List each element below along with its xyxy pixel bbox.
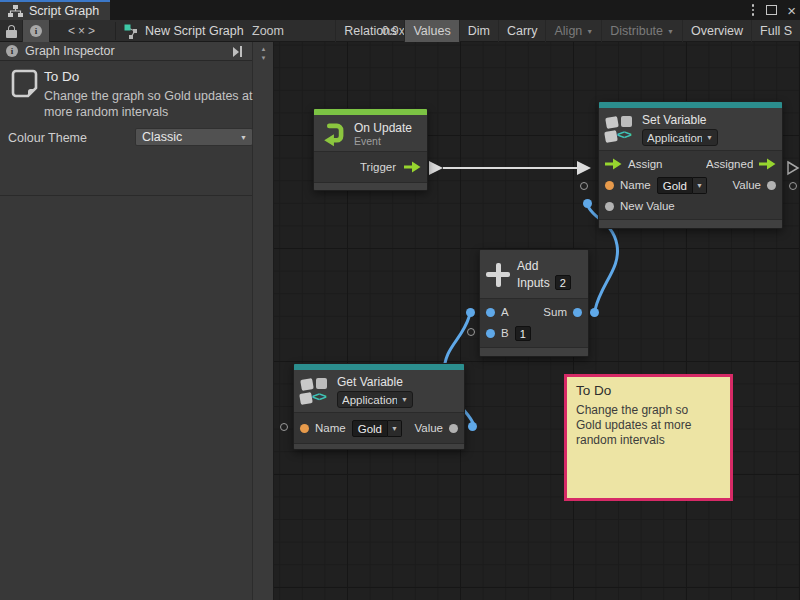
inspector-header: i Graph Inspector — [0, 42, 252, 61]
sticky-note-line1: Change the graph so — [576, 403, 688, 417]
value-output-port[interactable] — [449, 424, 458, 433]
get-variable-node[interactable]: <> Get Variable Application ▼ Name Gold … — [293, 363, 465, 450]
sum-output-port[interactable] — [573, 308, 582, 317]
on-update-loop-icon — [320, 120, 347, 147]
get-variable-value-outer-port[interactable] — [468, 422, 477, 431]
trigger-output-port[interactable] — [404, 161, 421, 173]
name-input-port[interactable] — [605, 181, 614, 190]
node-footer — [294, 443, 464, 450]
set-variable-value-outer-port[interactable] — [789, 182, 797, 190]
variable-name-dropdown[interactable]: Gold ▼ — [657, 177, 707, 194]
inspector-toggle-button[interactable]: i — [22, 20, 50, 42]
sticky-note-title: To Do — [576, 383, 611, 398]
dock-icon[interactable] — [233, 46, 243, 57]
carry-button[interactable]: Carry — [498, 20, 546, 42]
align-label: Align — [554, 24, 582, 38]
colour-theme-select[interactable]: Classic ▼ — [135, 128, 253, 146]
inspector-title: Graph Inspector — [25, 44, 115, 58]
b-input-port[interactable] — [486, 329, 495, 338]
scope-value: Application — [647, 132, 702, 144]
name-label: Name — [315, 422, 346, 434]
add-sum-outer-port[interactable] — [590, 308, 599, 317]
node-footer — [599, 219, 782, 229]
close-icon[interactable]: × — [787, 3, 796, 18]
scroll-down-icon[interactable]: ▼ — [253, 54, 274, 63]
code-view-button[interactable]: <×> — [58, 20, 108, 42]
set-variable-name-outer-port[interactable] — [580, 182, 588, 190]
scope-value: Application — [342, 394, 397, 406]
node-subtitle: Event — [354, 135, 412, 147]
chevron-down-icon: ▼ — [706, 134, 713, 141]
todo-title: To Do — [44, 69, 79, 84]
chevron-down-icon: ▼ — [667, 28, 674, 35]
name-input-port[interactable] — [300, 424, 309, 433]
a-label: A — [501, 306, 509, 318]
b-label: B — [501, 327, 509, 339]
lock-button[interactable] — [0, 20, 22, 42]
chevron-down-icon: ▼ — [240, 134, 252, 141]
sticky-note[interactable]: To Do Change the graph so Gold updates a… — [564, 374, 733, 501]
tab-script-graph[interactable]: Script Graph — [0, 0, 110, 20]
zoom-label: Zoom — [252, 20, 284, 42]
graph-toolbar: i <×> New Script Graph Zoom 0.9x Relatio… — [0, 20, 800, 42]
add-node[interactable]: Add Inputs 2 A Sum B 1 — [479, 249, 589, 357]
maximize-icon[interactable] — [766, 5, 777, 15]
variable-icon: <> — [605, 114, 635, 145]
set-variable-node[interactable]: <> Set Variable Application ▼ Assign Ass… — [598, 101, 783, 229]
value-label: Value — [414, 422, 443, 434]
assign-label: Assign — [628, 158, 663, 170]
script-graph-icon — [124, 24, 139, 39]
info-icon: i — [6, 45, 18, 57]
align-dropdown[interactable]: Align▼ — [545, 20, 601, 42]
fullscreen-button[interactable]: Full S — [751, 20, 800, 42]
node-footer — [480, 347, 588, 357]
divider — [0, 195, 252, 196]
distribute-label: Distribute — [610, 24, 663, 38]
add-a-outer-port[interactable] — [466, 308, 475, 317]
name-label: Name — [620, 179, 651, 191]
inspector-scrollbar[interactable]: ▲ ▼ — [252, 42, 273, 600]
new-value-input-port[interactable] — [605, 202, 614, 211]
variable-scope-dropdown[interactable]: Application ▼ — [642, 129, 718, 146]
script-graph-window: Script Graph × i <×> New Script Graph Zo… — [0, 0, 800, 600]
variable-name-value: Gold — [657, 177, 693, 194]
code-icon: <×> — [68, 24, 98, 38]
lock-icon — [6, 25, 17, 38]
graph-name-label: New Script Graph — [145, 24, 244, 38]
sticky-note-line2: Gold updates at more — [576, 418, 691, 432]
a-input-port[interactable] — [486, 308, 495, 317]
todo-description-line1: Change the graph so Gold updates at — [44, 89, 252, 103]
overview-button[interactable]: Overview — [682, 20, 751, 42]
node-title-line2: Inputs — [517, 276, 550, 290]
scroll-up-icon[interactable]: ▲ — [253, 45, 274, 54]
variable-scope-dropdown[interactable]: Application ▼ — [337, 391, 413, 408]
on-update-node[interactable]: On Update Event Trigger — [313, 108, 428, 191]
inputs-count-field[interactable]: 2 — [555, 275, 571, 290]
assigned-label: Assigned — [706, 158, 753, 170]
set-variable-newvalue-outer-port[interactable] — [583, 199, 592, 208]
node-title: Get Variable — [337, 375, 413, 389]
values-button[interactable]: Values — [404, 20, 458, 42]
variable-name-dropdown[interactable]: Gold ▼ — [352, 420, 402, 437]
graph-inspector-panel: i Graph Inspector ▲ ▼ To Do Change the g… — [0, 42, 273, 600]
distribute-dropdown[interactable]: Distribute▼ — [601, 20, 682, 42]
chevron-down-icon: ▼ — [586, 28, 593, 35]
node-title-line1: Add — [517, 259, 571, 273]
tab-label: Script Graph — [29, 4, 99, 18]
chevron-down-icon: ▼ — [388, 420, 402, 437]
toolbar-separator — [115, 22, 116, 40]
dim-button[interactable]: Dim — [459, 20, 498, 42]
sticky-note-icon — [10, 68, 39, 100]
graph-name[interactable]: New Script Graph — [124, 20, 244, 42]
relations-button[interactable]: Relations — [335, 20, 404, 42]
sticky-note-line3: random intervals — [576, 433, 665, 447]
assigned-output-port[interactable] — [759, 158, 776, 170]
menu-dots-icon[interactable] — [750, 2, 757, 18]
get-variable-name-outer-port[interactable] — [280, 423, 288, 431]
assign-input-port[interactable] — [605, 158, 622, 170]
value-label: Value — [732, 179, 761, 191]
trigger-port-label: Trigger — [360, 161, 398, 173]
add-b-outer-port[interactable] — [467, 328, 475, 336]
value-output-port[interactable] — [767, 181, 776, 190]
b-value-field[interactable]: 1 — [515, 326, 531, 341]
